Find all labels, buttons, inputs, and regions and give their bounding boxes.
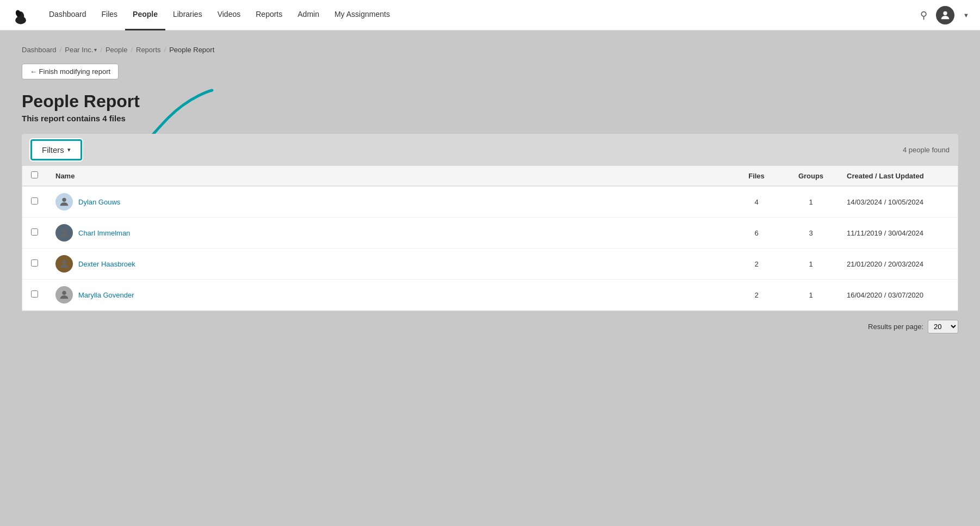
nav-right: ⚲ ▼	[920, 6, 969, 24]
header-checkbox-cell	[22, 166, 47, 186]
people-table-container: Name Files Groups Created / Last Updated	[22, 166, 958, 311]
report-subtitle: This report contains 4 files	[22, 114, 958, 123]
breadcrumb-pear-label: Pear Inc.	[65, 46, 93, 54]
main-content: Dashboard / Pear Inc. ▾ / People / Repor…	[0, 30, 980, 357]
row-files: 6	[729, 218, 784, 249]
pagination-row: Results per page: 20 50 100	[22, 311, 958, 342]
row-checkbox-cell	[22, 249, 47, 280]
row-dates: 21/01/2020 / 20/03/2024	[838, 249, 958, 280]
header-dates: Created / Last Updated	[838, 166, 958, 186]
navigation: Dashboard Files People Libraries Videos …	[0, 0, 980, 30]
row-groups: 3	[784, 218, 838, 249]
breadcrumb-people[interactable]: People	[106, 46, 127, 54]
avatar-chevron-icon[interactable]: ▼	[963, 12, 969, 18]
svg-point-8	[62, 291, 66, 295]
svg-point-3	[943, 11, 947, 15]
filter-row: Filters ▾ 4 people found	[22, 134, 958, 166]
people-found-count: 4 people found	[903, 146, 950, 154]
nav-my-assignments[interactable]: My Assignments	[327, 0, 398, 30]
search-icon[interactable]: ⚲	[920, 9, 927, 21]
header-groups: Groups	[784, 166, 838, 186]
people-table: Name Files Groups Created / Last Updated	[22, 166, 958, 311]
nav-files[interactable]: Files	[94, 0, 126, 30]
person-avatar	[55, 255, 73, 273]
person-name-link[interactable]: Charl Immelman	[78, 229, 130, 237]
breadcrumb-current: People Report	[169, 46, 214, 54]
breadcrumb-pear-chevron: ▾	[94, 47, 97, 53]
row-checkbox-cell	[22, 186, 47, 218]
row-name-cell: Dylan Gouws	[47, 186, 729, 218]
breadcrumb-sep-3: /	[131, 46, 133, 54]
filters-button[interactable]: Filters ▾	[30, 139, 82, 160]
svg-point-5	[62, 198, 66, 202]
user-avatar[interactable]	[936, 6, 954, 24]
breadcrumb-pear[interactable]: Pear Inc. ▾	[65, 46, 97, 54]
row-groups: 1	[784, 249, 838, 280]
nav-admin[interactable]: Admin	[290, 0, 327, 30]
row-dates: 16/04/2020 / 03/07/2020	[838, 280, 958, 311]
row-checkbox-0[interactable]	[31, 197, 38, 205]
pagination-label: Results per page:	[868, 323, 923, 331]
row-groups: 1	[784, 186, 838, 218]
row-files: 2	[729, 280, 784, 311]
breadcrumb-sep-4: /	[164, 46, 166, 54]
header-files: Files	[729, 166, 784, 186]
nav-dashboard[interactable]: Dashboard	[41, 0, 94, 30]
table-row: Dexter Haasbroek 2 1 21/01/2020 / 20/03/…	[22, 249, 958, 280]
nav-links: Dashboard Files People Libraries Videos …	[41, 0, 920, 30]
row-checkbox-2[interactable]	[31, 259, 38, 267]
table-row: Charl Immelman 6 3 11/11/2019 / 30/04/20…	[22, 218, 958, 249]
nav-people[interactable]: People	[125, 0, 165, 30]
row-checkbox-3[interactable]	[31, 290, 38, 298]
table-header-row: Name Files Groups Created / Last Updated	[22, 166, 958, 186]
person-avatar	[55, 193, 73, 211]
row-files: 4	[729, 186, 784, 218]
row-dates: 14/03/2024 / 10/05/2024	[838, 186, 958, 218]
logo[interactable]	[11, 7, 28, 24]
breadcrumb: Dashboard / Pear Inc. ▾ / People / Repor…	[22, 46, 958, 54]
person-name-link[interactable]: Dexter Haasbroek	[78, 260, 135, 268]
filter-section: Filters ▾ 4 people found Name Files Grou…	[22, 134, 958, 311]
row-dates: 11/11/2019 / 30/04/2024	[838, 218, 958, 249]
person-name-link[interactable]: Marylla Govender	[78, 291, 134, 299]
row-groups: 1	[784, 280, 838, 311]
breadcrumb-reports[interactable]: Reports	[136, 46, 161, 54]
table-row: Marylla Govender 2 1 16/04/2020 / 03/07/…	[22, 280, 958, 311]
finish-modifying-button[interactable]: ← Finish modifying report	[22, 64, 119, 79]
svg-point-7	[62, 260, 66, 264]
breadcrumb-dashboard[interactable]: Dashboard	[22, 46, 57, 54]
select-all-checkbox[interactable]	[31, 171, 38, 178]
filters-label: Filters	[42, 145, 64, 154]
row-files: 2	[729, 249, 784, 280]
row-name-cell: Dexter Haasbroek	[47, 249, 729, 280]
breadcrumb-sep-2: /	[100, 46, 102, 54]
person-name-link[interactable]: Dylan Gouws	[78, 198, 120, 206]
breadcrumb-sep-1: /	[60, 46, 62, 54]
nav-reports[interactable]: Reports	[248, 0, 290, 30]
row-name-cell: Marylla Govender	[47, 280, 729, 311]
per-page-select[interactable]: 20 50 100	[928, 320, 958, 333]
table-row: Dylan Gouws 4 1 14/03/2024 / 10/05/2024	[22, 186, 958, 218]
row-checkbox-cell	[22, 280, 47, 311]
person-avatar	[55, 286, 73, 304]
nav-libraries[interactable]: Libraries	[165, 0, 210, 30]
nav-videos[interactable]: Videos	[210, 0, 249, 30]
person-avatar	[55, 224, 73, 242]
row-checkbox-cell	[22, 218, 47, 249]
row-name-cell: Charl Immelman	[47, 218, 729, 249]
page-title: People Report	[22, 91, 958, 112]
filters-chevron-icon: ▾	[67, 146, 71, 153]
svg-point-6	[62, 229, 66, 233]
row-checkbox-1[interactable]	[31, 228, 38, 236]
header-name: Name	[47, 166, 729, 186]
